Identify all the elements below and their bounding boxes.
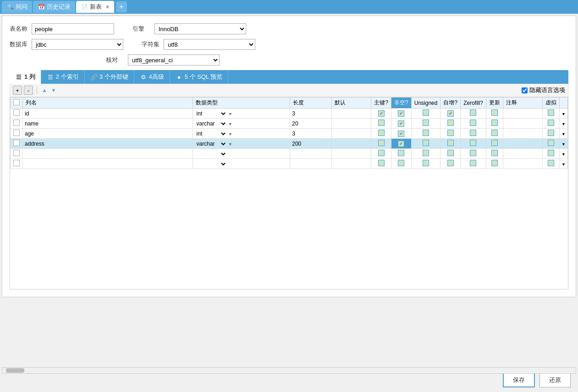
hide-language-checkbox[interactable] bbox=[522, 87, 528, 93]
row-dropdown-arrow[interactable]: ▼ bbox=[561, 112, 566, 116]
engine-select[interactable]: InnoDB MyISAM bbox=[154, 23, 246, 34]
checkbox-cell[interactable] bbox=[548, 130, 554, 136]
checkbox-cell[interactable] bbox=[491, 160, 498, 166]
checkbox-cell[interactable] bbox=[470, 109, 476, 116]
tab-close-button[interactable]: ✕ bbox=[105, 4, 110, 10]
restore-button[interactable]: 还原 bbox=[539, 373, 571, 387]
checkbox-cell[interactable] bbox=[398, 141, 404, 147]
charset-select[interactable]: utf8 latin1 bbox=[164, 39, 255, 50]
sub-tab-columns[interactable]: ☰ 1 列 bbox=[10, 70, 41, 84]
col-name-input[interactable] bbox=[25, 151, 191, 157]
type-select[interactable]: varchar bbox=[195, 120, 227, 127]
col-name-input[interactable] bbox=[25, 131, 191, 137]
row-select-checkbox[interactable] bbox=[13, 140, 20, 146]
sub-tab-advanced[interactable]: ⚙ 4高级 bbox=[134, 70, 170, 84]
row-select-checkbox[interactable] bbox=[13, 109, 20, 116]
type-select[interactable]: varchar bbox=[195, 140, 227, 147]
checkbox-cell[interactable] bbox=[491, 120, 498, 126]
checkbox-cell[interactable] bbox=[378, 160, 385, 166]
checkbox-cell[interactable] bbox=[398, 120, 404, 127]
checkbox-cell[interactable] bbox=[423, 150, 429, 156]
col-length-input[interactable] bbox=[292, 151, 306, 157]
checkbox-cell[interactable] bbox=[423, 160, 429, 166]
checkbox-cell[interactable] bbox=[470, 120, 476, 126]
row-dropdown-arrow[interactable]: ▼ bbox=[561, 132, 566, 136]
checkbox-cell[interactable] bbox=[470, 140, 476, 146]
row-dropdown-arrow[interactable]: ▼ bbox=[561, 142, 566, 147]
col-name-input[interactable] bbox=[25, 141, 191, 147]
move-up-button[interactable]: ▲ bbox=[41, 87, 48, 94]
row-select-checkbox[interactable] bbox=[13, 130, 20, 136]
add-column-button[interactable]: + bbox=[13, 86, 22, 95]
row-dropdown-arrow[interactable]: ▼ bbox=[561, 162, 566, 167]
checkbox-cell[interactable] bbox=[491, 150, 498, 156]
table-name-input[interactable] bbox=[32, 23, 114, 34]
collation-select[interactable]: utf8_general_ci bbox=[128, 54, 220, 65]
type-select[interactable]: int bbox=[195, 130, 227, 137]
checkbox-cell[interactable] bbox=[447, 150, 454, 156]
horizontal-scrollbar[interactable] bbox=[2, 367, 576, 374]
row-select-checkbox[interactable] bbox=[13, 160, 20, 166]
checkbox-cell[interactable] bbox=[378, 110, 385, 117]
col-length-input[interactable] bbox=[292, 110, 306, 117]
checkbox-cell[interactable] bbox=[447, 140, 454, 146]
col-name-input[interactable] bbox=[25, 120, 191, 127]
tab-history[interactable]: 📅 历史记录 bbox=[33, 1, 75, 13]
remove-column-button[interactable]: - bbox=[24, 86, 33, 95]
col-name-input[interactable] bbox=[25, 161, 191, 167]
row-dropdown-arrow[interactable]: ▼ bbox=[561, 152, 566, 157]
col-update-cell bbox=[486, 129, 503, 139]
checkbox-cell[interactable] bbox=[398, 131, 404, 137]
collation-group: 核对 utf8_general_ci bbox=[106, 54, 220, 65]
add-tab-button[interactable]: + bbox=[116, 1, 127, 12]
move-down-button[interactable]: ▼ bbox=[50, 87, 57, 94]
checkbox-cell[interactable] bbox=[548, 120, 554, 126]
col-length-input[interactable] bbox=[292, 131, 306, 137]
checkbox-cell[interactable] bbox=[548, 150, 554, 156]
tab-newtable[interactable]: 📄 新表 ✕ bbox=[76, 1, 114, 13]
checkbox-cell[interactable] bbox=[378, 130, 385, 136]
checkbox-cell[interactable] bbox=[491, 109, 498, 116]
type-select[interactable] bbox=[195, 150, 227, 158]
database-select[interactable]: jdbc bbox=[32, 39, 123, 50]
row-dropdown-arrow[interactable]: ▼ bbox=[561, 122, 566, 126]
col-length-input[interactable] bbox=[292, 161, 306, 167]
checkbox-cell[interactable] bbox=[548, 109, 554, 116]
checkbox-cell[interactable] bbox=[447, 120, 454, 126]
type-select[interactable]: int bbox=[195, 110, 227, 117]
row-select-checkbox[interactable] bbox=[13, 120, 20, 126]
checkbox-cell[interactable] bbox=[548, 140, 554, 146]
col-length-input[interactable] bbox=[292, 120, 306, 127]
checkbox-cell[interactable] bbox=[378, 150, 385, 156]
checkbox-cell[interactable] bbox=[423, 120, 429, 126]
checkbox-cell[interactable] bbox=[423, 140, 429, 146]
checkbox-cell[interactable] bbox=[491, 140, 498, 146]
checkbox-cell[interactable] bbox=[378, 120, 385, 126]
tab-query[interactable]: 🔍 间问 bbox=[2, 1, 32, 13]
checkbox-cell[interactable] bbox=[470, 160, 476, 166]
col-name-input[interactable] bbox=[25, 110, 191, 117]
sub-tab-foreignkeys[interactable]: 🔗 3 个外部键 bbox=[85, 70, 134, 84]
row-select-cell bbox=[11, 119, 23, 129]
checkbox-cell[interactable] bbox=[378, 140, 385, 146]
type-select[interactable] bbox=[195, 160, 227, 168]
checkbox-cell[interactable] bbox=[398, 150, 404, 156]
checkbox-cell[interactable] bbox=[548, 160, 554, 166]
checkbox-cell[interactable] bbox=[423, 130, 429, 136]
col-length-input[interactable] bbox=[292, 141, 306, 147]
type-arrow: ▼ bbox=[228, 112, 232, 116]
checkbox-cell[interactable] bbox=[447, 110, 454, 117]
sub-tab-sqlpreview[interactable]: ● 5 个 SQL 预览 bbox=[170, 70, 229, 84]
checkbox-cell[interactable] bbox=[491, 130, 498, 136]
checkbox-cell[interactable] bbox=[470, 150, 476, 156]
checkbox-cell[interactable] bbox=[470, 130, 476, 136]
save-button[interactable]: 保存 bbox=[503, 373, 535, 387]
sub-tab-indexes[interactable]: ☰ 2 个索引 bbox=[41, 70, 85, 84]
checkbox-cell[interactable] bbox=[447, 160, 454, 166]
select-all-checkbox[interactable] bbox=[13, 99, 20, 105]
checkbox-cell[interactable] bbox=[398, 160, 404, 166]
checkbox-cell[interactable] bbox=[423, 109, 429, 116]
checkbox-cell[interactable] bbox=[398, 110, 404, 117]
row-select-checkbox[interactable] bbox=[13, 150, 20, 156]
checkbox-cell[interactable] bbox=[447, 130, 454, 136]
